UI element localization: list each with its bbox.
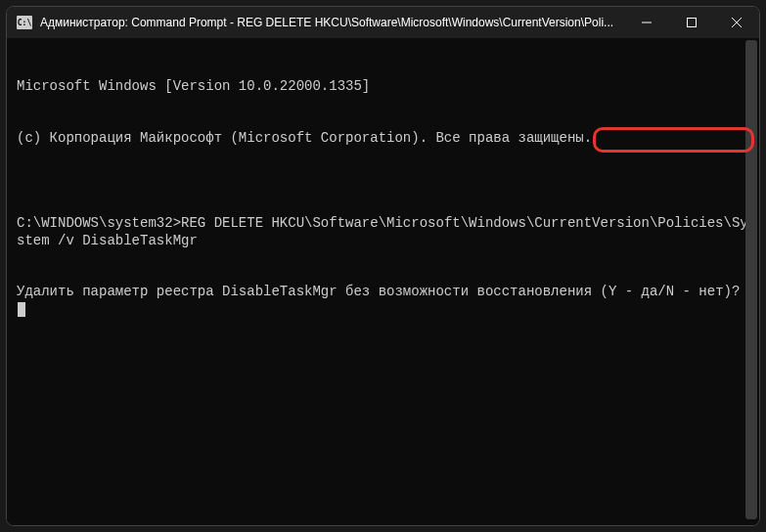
confirm-text: Удалить параметр реестра DisableTaskMgr … <box>17 284 592 299</box>
copyright-line: (c) Корпорация Майкрософт (Microsoft Cor… <box>17 130 749 148</box>
confirm-line: Удалить параметр реестра DisableTaskMgr … <box>17 284 749 318</box>
prompt-path: C:\WINDOWS\system32> <box>17 215 181 231</box>
scrollbar[interactable] <box>745 40 757 519</box>
confirm-options: (Y - да/N - нет)? <box>592 284 748 299</box>
command-line: C:\WINDOWS\system32>REG DELETE HKCU\Soft… <box>17 215 749 249</box>
terminal-area[interactable]: Microsoft Windows [Version 10.0.22000.13… <box>7 38 759 525</box>
scrollbar-thumb[interactable] <box>745 40 757 519</box>
maximize-icon <box>687 18 697 27</box>
svg-rect-1 <box>688 19 697 27</box>
cmd-icon: C:\ <box>17 16 32 29</box>
close-icon <box>732 18 742 27</box>
cmd-icon-text: C:\ <box>18 19 31 27</box>
cursor <box>18 302 25 317</box>
window-title: Администратор: Command Prompt - REG DELE… <box>40 16 624 29</box>
maximize-button[interactable] <box>669 7 714 38</box>
minimize-icon <box>642 18 652 27</box>
version-line: Microsoft Windows [Version 10.0.22000.13… <box>17 78 749 96</box>
window-controls <box>624 7 759 38</box>
command-prompt-window: C:\ Администратор: Command Prompt - REG … <box>6 6 760 526</box>
minimize-button[interactable] <box>624 7 669 38</box>
titlebar[interactable]: C:\ Администратор: Command Prompt - REG … <box>7 7 759 38</box>
close-button[interactable] <box>714 7 759 38</box>
